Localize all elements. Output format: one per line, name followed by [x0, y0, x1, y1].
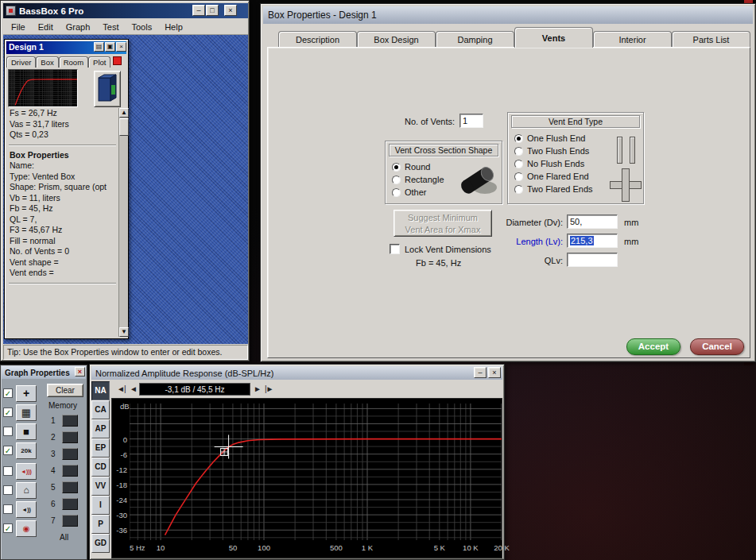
- dialog-tab-damping[interactable]: Damping: [436, 31, 514, 48]
- tip-bar: Tip: Use the Box Properties window to en…: [3, 345, 248, 360]
- params-divider: [9, 283, 116, 284]
- x-axis-tick-label: 20 K: [494, 543, 510, 552]
- cross-section-group: Vent Cross Section Shape RoundRectangleO…: [385, 141, 502, 204]
- design-window-title: Design 1: [9, 42, 44, 52]
- scroll-up-button[interactable]: ▲: [119, 108, 129, 118]
- close-button[interactable]: ×: [116, 42, 126, 52]
- design-parameters: Fs = 26,7 HzVas = 31,7 litersQts = 0,23B…: [6, 108, 118, 288]
- design-tab-box[interactable]: Box: [36, 56, 58, 68]
- graph-type-button-na[interactable]: NA: [91, 381, 110, 400]
- minimize-icon: –: [478, 369, 482, 377]
- menu-graph[interactable]: Graph: [60, 20, 97, 34]
- design-tab-plot[interactable]: Plot: [88, 56, 110, 68]
- cursor-step-right-end-button[interactable]: |►: [265, 384, 273, 393]
- menu-bar: FileEditGraphTestToolsHelp: [3, 19, 248, 35]
- length-input[interactable]: 215,3: [567, 234, 618, 248]
- all-label: All: [60, 533, 68, 542]
- param-line: Vas = 31,7 liters: [6, 119, 118, 130]
- qlv-input[interactable]: [567, 253, 618, 267]
- close-button[interactable]: ×: [224, 5, 237, 16]
- dialog-titlebar[interactable]: Box Properties - Design 1: [263, 6, 753, 24]
- memory-slot-button[interactable]: [62, 498, 78, 510]
- dialog-tab-interior[interactable]: Interior: [593, 31, 672, 48]
- fb-value-label: Fb = 45, Hz: [416, 258, 461, 268]
- x-axis-tick-label: 100: [258, 543, 270, 552]
- memory-slot-label: 5: [51, 483, 56, 492]
- memory-slot-button[interactable]: [62, 431, 78, 443]
- minimize-button[interactable]: –: [474, 367, 487, 378]
- radio-label: One Flared End: [527, 172, 589, 181]
- amplitude-titlebar[interactable]: Normalized Amplitude Response (dB-SPL/Hz…: [91, 366, 502, 380]
- menu-tools[interactable]: Tools: [125, 20, 158, 34]
- cancel-button[interactable]: Cancel: [690, 338, 744, 355]
- memory-slot-button[interactable]: [62, 448, 78, 460]
- thumbnail-plot: [9, 70, 77, 106]
- graph-type-button-ca[interactable]: CA: [91, 400, 110, 419]
- response-thumbnail[interactable]: [8, 69, 78, 107]
- box-preview-icon: [97, 74, 118, 104]
- params-divider: [9, 145, 116, 146]
- radio-icon: [514, 160, 523, 168]
- dialog-tab-parts-list[interactable]: Parts List: [672, 31, 750, 48]
- cursor-step-left-button[interactable]: ◄: [130, 384, 137, 393]
- scroll-thumb[interactable]: [119, 118, 129, 136]
- restore-button[interactable]: ▣: [105, 42, 115, 52]
- cursor-step-left-end-button[interactable]: ◄|: [117, 384, 126, 393]
- design-tab-room[interactable]: Room: [59, 56, 88, 68]
- graph-type-button-p[interactable]: P: [91, 515, 110, 534]
- param-line: Vb = 11, liters: [6, 193, 118, 204]
- memory-slot-button[interactable]: [62, 415, 78, 427]
- diameter-unit: mm: [624, 218, 638, 227]
- plot-color-swatch[interactable]: [113, 56, 122, 65]
- minimize-button[interactable]: –: [192, 5, 205, 16]
- dialog-tab-box-design[interactable]: Box Design: [357, 31, 436, 48]
- design-scrollbar[interactable]: ▲ ▼: [118, 108, 128, 337]
- graph-type-button-cd[interactable]: CD: [91, 458, 110, 477]
- scroll-down-button[interactable]: ▼: [119, 327, 129, 337]
- diameter-label: Diameter (Dv):: [466, 218, 563, 227]
- accept-button[interactable]: Accept: [626, 338, 680, 355]
- graph-type-button-i[interactable]: I: [91, 496, 110, 515]
- param-line: Vent shape =: [6, 257, 118, 268]
- graph-type-button-ap[interactable]: AP: [91, 419, 110, 438]
- diameter-input[interactable]: [567, 214, 618, 229]
- radio-icon: [514, 172, 523, 181]
- radio-icon: [514, 147, 523, 156]
- close-button[interactable]: ×: [488, 367, 501, 378]
- x-axis-tick-label: 1 K: [362, 543, 373, 552]
- x-axis-tick-label: 500: [330, 543, 343, 552]
- memory-slot-button[interactable]: [62, 481, 78, 493]
- cursor-readout: -3,1 dB / 45,5 Hz: [139, 383, 250, 396]
- memory-slot-button[interactable]: [62, 465, 78, 477]
- graph-type-button-vv[interactable]: VV: [91, 477, 110, 496]
- box-preview-button[interactable]: [94, 71, 121, 107]
- graph-type-button-ep[interactable]: EP: [91, 438, 110, 458]
- cursor-step-right-button[interactable]: ►: [254, 384, 261, 393]
- response-plot-area[interactable]: dB 0-6-12-18-24-30-36 5 Hz10501005001 K5…: [111, 398, 502, 558]
- radio-label: One Flush End: [527, 133, 585, 143]
- design-tab-bar: DriverBoxRoomPlot: [6, 55, 110, 68]
- menu-test[interactable]: Test: [96, 20, 125, 34]
- param-line: Vent ends =: [6, 268, 118, 279]
- dialog-tab-vents[interactable]: Vents: [514, 27, 593, 48]
- graph-type-button-gd[interactable]: GD: [91, 534, 110, 553]
- main-window-title: BassBox 6 Pro: [19, 6, 83, 16]
- menu-file[interactable]: File: [5, 20, 32, 34]
- graph-properties-window: Graph Properties × ✓+✓▦■✓20k◄)))⌂◄))✓◉ 1…: [0, 365, 87, 560]
- memory-slot-label: 7: [51, 516, 56, 525]
- memory-slot-button[interactable]: [62, 515, 78, 527]
- maximize-button[interactable]: □: [206, 5, 219, 16]
- save-button[interactable]: ▤: [94, 42, 104, 52]
- param-line: Name:: [6, 160, 118, 172]
- menu-help[interactable]: Help: [158, 20, 189, 34]
- design-tab-driver[interactable]: Driver: [6, 56, 36, 68]
- lock-vent-dimensions-checkbox[interactable]: [390, 244, 400, 254]
- arrow-up-icon: ▲: [121, 109, 127, 116]
- vent-end-type-group: Vent End Type One Flush EndTwo Flush End…: [507, 112, 644, 204]
- clear-button[interactable]: Clear: [47, 384, 83, 397]
- radio-icon: [392, 188, 401, 197]
- no-of-vents-input[interactable]: [459, 114, 483, 128]
- menu-edit[interactable]: Edit: [32, 20, 60, 34]
- dialog-tab-description[interactable]: Description: [278, 31, 357, 48]
- radio-label: Two Flared Ends: [527, 184, 593, 194]
